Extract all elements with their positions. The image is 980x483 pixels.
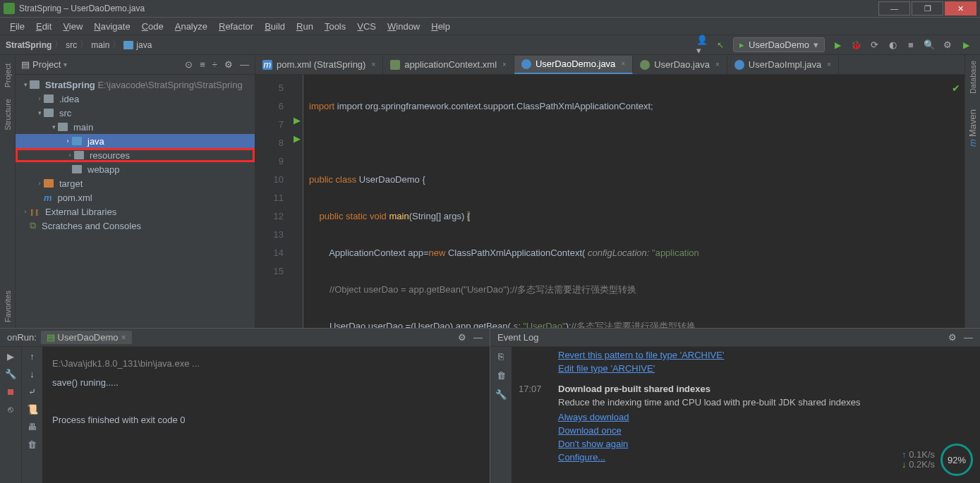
- run-anything-icon[interactable]: ▶: [960, 39, 972, 51]
- run-config-dropdown[interactable]: ▸UserDaoDemo▾: [733, 37, 825, 52]
- tab-userdaodemo[interactable]: UserDaoDemo.java×: [514, 56, 633, 74]
- sidebar-tab-maven[interactable]: m Maven: [967, 104, 978, 152]
- code-content[interactable]: import import org.springframework.contex…: [303, 75, 699, 328]
- sidebar-tab-structure[interactable]: Structure: [4, 93, 12, 136]
- hide-panel-icon[interactable]: —: [473, 332, 483, 343]
- build-hammer-icon[interactable]: ↖: [715, 39, 726, 51]
- close-icon[interactable]: ×: [715, 61, 720, 68]
- event-link[interactable]: Download once: [558, 425, 622, 436]
- menu-tools[interactable]: Tools: [320, 20, 350, 33]
- tab-pom[interactable]: mpom.xml (StratSpring)×: [255, 56, 383, 74]
- search-icon[interactable]: 🔍: [924, 39, 935, 51]
- up-icon[interactable]: ↑: [30, 351, 35, 362]
- wrench-icon[interactable]: 🔧: [495, 389, 507, 400]
- menu-vcs[interactable]: VCS: [353, 20, 380, 33]
- minimize-button[interactable]: —: [878, 1, 910, 16]
- maximize-button[interactable]: ❐: [912, 1, 943, 16]
- tree-item-pom[interactable]: mpom.xml: [16, 190, 255, 204]
- close-button[interactable]: ✕: [945, 1, 976, 16]
- tree-project-root[interactable]: ▾ StratSpring E:\javacode\StratSpring\St…: [16, 78, 255, 92]
- project-view-icon: ▤: [21, 59, 30, 70]
- event-link[interactable]: Revert this pattern to file type 'ARCHIV…: [558, 350, 724, 360]
- tree-item-java[interactable]: ›java: [16, 134, 255, 148]
- soft-wrap-icon[interactable]: ⤶: [28, 386, 36, 397]
- folder-icon: [44, 94, 54, 103]
- sidebar-tab-project[interactable]: Project: [4, 58, 12, 93]
- editor-area: mpom.xml (StratSpring)× applicationConte…: [255, 55, 964, 328]
- debug-button[interactable]: 🐞: [850, 39, 861, 51]
- hide-panel-icon[interactable]: —: [240, 59, 249, 70]
- down-icon[interactable]: ↓: [30, 369, 35, 379]
- gear-icon[interactable]: ⚙: [458, 332, 466, 343]
- run-button[interactable]: ▶: [832, 39, 843, 51]
- menu-help[interactable]: Help: [427, 20, 454, 33]
- print-icon[interactable]: 🖶: [28, 422, 37, 432]
- project-view-label[interactable]: Project: [32, 59, 61, 70]
- menu-view[interactable]: View: [59, 20, 87, 33]
- tree-item-idea[interactable]: ›.idea: [16, 92, 255, 106]
- filter-icon[interactable]: ⎘: [498, 351, 504, 362]
- profile-button[interactable]: ◐: [887, 39, 898, 51]
- menu-file[interactable]: File: [6, 20, 29, 33]
- menu-refactor[interactable]: Refactor: [214, 20, 258, 33]
- expand-all-icon[interactable]: ≡: [200, 59, 205, 70]
- tab-userdao[interactable]: UserDao.java×: [633, 56, 727, 74]
- close-icon[interactable]: ×: [827, 61, 831, 68]
- menu-build[interactable]: Build: [260, 20, 289, 33]
- event-link[interactable]: Always download: [558, 412, 629, 422]
- coverage-button[interactable]: ⟳: [869, 39, 880, 51]
- breadcrumb-item[interactable]: StratSpring: [6, 40, 52, 50]
- user-icon[interactable]: 👤▾: [696, 39, 708, 51]
- event-link[interactable]: Edit file type 'ARCHIVE': [558, 363, 655, 374]
- breadcrumb-item[interactable]: java: [136, 40, 152, 50]
- run-console-output[interactable]: E:\Java\jdk1.8.0_131\bin\java.exe ... sa…: [42, 347, 490, 483]
- close-icon[interactable]: ×: [371, 61, 375, 68]
- wrench-icon[interactable]: 🔧: [5, 369, 16, 379]
- event-subtitle: Reduce the indexing time and CPU load wi…: [558, 397, 973, 408]
- tree-item-target[interactable]: ›target: [16, 176, 255, 190]
- right-tool-gutter: Database m Maven: [964, 55, 980, 328]
- tab-userdaoimpl[interactable]: UserDaoImpl.java×: [727, 56, 839, 74]
- trash-icon[interactable]: 🗑: [497, 370, 506, 381]
- close-icon[interactable]: ×: [621, 60, 625, 68]
- breadcrumb-item[interactable]: src: [66, 40, 77, 50]
- menu-code[interactable]: Code: [138, 20, 168, 33]
- menu-window[interactable]: Window: [383, 20, 424, 33]
- close-icon[interactable]: ×: [502, 61, 507, 68]
- tab-appcontext[interactable]: applicationContext.xml×: [383, 56, 514, 74]
- tree-item-external-libs[interactable]: ›⫿⫿External Libraries: [16, 204, 255, 219]
- gear-icon[interactable]: ⚙: [948, 332, 957, 343]
- stop-icon[interactable]: ⏹: [6, 386, 16, 397]
- folder-icon: [58, 123, 68, 131]
- tree-item-resources[interactable]: ›resources: [16, 148, 255, 162]
- run-tab[interactable]: ▤ UserDaoDemo ×: [41, 331, 132, 344]
- menu-navigate[interactable]: Navigate: [90, 20, 134, 33]
- code-editor[interactable]: ✔ 56789101112131415 ▶ ▶ import import or…: [255, 75, 964, 328]
- tree-item-src[interactable]: ▾src: [16, 106, 255, 120]
- select-opened-file-icon[interactable]: ⊙: [185, 59, 193, 70]
- collapse-all-icon[interactable]: ÷: [212, 59, 217, 70]
- menu-analyze[interactable]: Analyze: [171, 20, 212, 33]
- tree-item-main[interactable]: ▾main: [16, 120, 255, 134]
- rerun-icon[interactable]: ▶: [7, 351, 14, 362]
- tree-item-scratches[interactable]: ⧉Scratches and Consoles: [16, 219, 255, 233]
- breadcrumb-item[interactable]: main: [91, 40, 109, 50]
- project-tree[interactable]: ▾ StratSpring E:\javacode\StratSpring\St…: [16, 75, 255, 328]
- scroll-icon[interactable]: 📜: [27, 404, 38, 415]
- stop-button[interactable]: ■: [905, 39, 917, 51]
- event-link[interactable]: Configure...: [558, 452, 605, 463]
- sidebar-tab-favorites[interactable]: Favorites: [4, 285, 12, 328]
- menu-edit[interactable]: Edit: [32, 20, 56, 33]
- settings-icon[interactable]: ⚙: [942, 39, 953, 51]
- sidebar-tab-database[interactable]: Database: [969, 55, 977, 99]
- tree-path: E:\javacode\StratSpring\StratSpring: [97, 80, 242, 90]
- event-link[interactable]: Don't show again: [558, 439, 628, 449]
- trash-icon[interactable]: 🗑: [28, 439, 37, 450]
- menu-run[interactable]: Run: [292, 20, 317, 33]
- hide-panel-icon[interactable]: —: [964, 332, 973, 343]
- gear-icon[interactable]: ⚙: [224, 59, 233, 70]
- exit-icon[interactable]: ⎋: [8, 404, 13, 415]
- tree-item-webapp[interactable]: webapp: [16, 162, 255, 176]
- breadcrumb: StratSpring 〉 src 〉 main 〉 java: [0, 39, 696, 51]
- maven-icon: m: [44, 192, 52, 203]
